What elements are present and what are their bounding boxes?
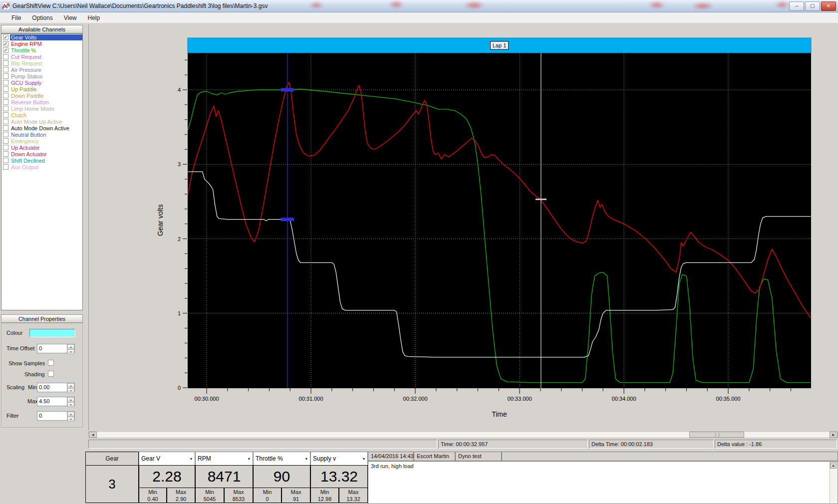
channel-label[interactable]: Cut Request	[10, 54, 82, 60]
channel-row-auto-mode-down-active[interactable]: Auto Mode Down Active	[1, 125, 82, 131]
channel-checkbox[interactable]	[3, 138, 8, 144]
channel-row-pump-status[interactable]: Pump Status	[1, 73, 82, 79]
spinner-arrows[interactable]: ▲▼	[67, 412, 74, 420]
channel-checkbox[interactable]	[3, 145, 8, 150]
chevron-down-icon[interactable]: ▼	[188, 457, 195, 461]
chart-panel[interactable]: Lap 100:30.00000:31.00000:32.00000:33.00…	[88, 24, 838, 430]
channel-checkbox[interactable]	[3, 54, 8, 59]
channel-row-limp-home-mode[interactable]: Limp Home Mode	[1, 105, 82, 112]
channel-row-cut-request[interactable]: Cut Request	[1, 53, 82, 60]
channel-label[interactable]: Aux Output	[10, 164, 82, 170]
channel-checkbox[interactable]	[3, 164, 8, 170]
log-chart[interactable]: Lap 100:30.00000:31.00000:32.00000:33.00…	[89, 24, 838, 430]
channel-row-air-pressure[interactable]: Air Pressure	[1, 66, 82, 73]
channel-label[interactable]: Neutral Button	[10, 132, 82, 138]
colour-swatch[interactable]	[29, 329, 75, 337]
channel-row-up-actuator[interactable]: Up Actuator	[1, 144, 82, 151]
channel-checkbox[interactable]	[3, 132, 8, 137]
channel-row-blip-request[interactable]: Blip Request	[1, 60, 82, 66]
channel-row-neutral-button[interactable]: Neutral Button	[1, 131, 82, 138]
shading-checkbox[interactable]	[48, 371, 54, 377]
channel-label[interactable]: Auto Mode Down Active	[10, 125, 82, 131]
channel-label[interactable]: Reverse Button	[10, 99, 82, 105]
menu-view[interactable]: View	[58, 13, 82, 22]
channel-checkbox[interactable]	[3, 106, 8, 111]
channel-select-throttle-[interactable]: Throttle %▼	[253, 452, 310, 466]
channel-label[interactable]: GCU Supply	[10, 80, 82, 86]
channel-label[interactable]: Down Paddle	[10, 93, 82, 99]
session-comment-box[interactable]: 3rd run, high load ▲	[368, 461, 838, 504]
spinner-arrows[interactable]: ▲▼	[67, 344, 74, 353]
channel-row-gear-volts[interactable]: ✓Gear Volts	[1, 34, 82, 40]
title-bar[interactable]: GearShiftView C:\Users\Neil Wallace\Docu…	[0, 0, 838, 12]
spinner-arrows[interactable]: ▲▼	[67, 397, 74, 406]
filter-input[interactable]: 0 ▲▼	[37, 411, 75, 421]
channel-row-emergency[interactable]: Emergency	[1, 138, 82, 144]
channel-list[interactable]: ✓Gear Volts✓Engine RPM✓Throttle %Cut Req…	[1, 33, 83, 310]
channel-row-aux-output[interactable]: Aux Output	[1, 164, 82, 170]
channel-row-down-actuator[interactable]: Down Actuator	[1, 151, 82, 157]
channel-row-engine-rpm[interactable]: ✓Engine RPM	[1, 40, 82, 47]
channel-checkbox[interactable]	[3, 99, 8, 105]
scaling-min-input[interactable]: 0.00 ▲▼	[37, 383, 75, 392]
channel-label[interactable]: Limp Home Mode	[10, 106, 82, 112]
channel-checkbox[interactable]: ✓	[3, 41, 8, 46]
channel-checkbox[interactable]	[3, 60, 8, 66]
channel-row-clutch[interactable]: Clutch	[1, 112, 82, 118]
channel-label[interactable]: Throttle %	[10, 47, 82, 53]
close-button[interactable]: ✕	[821, 1, 836, 11]
channel-label[interactable]: Pump Status	[10, 73, 82, 79]
chart-horizontal-scrollbar[interactable]: ◄ ►	[88, 431, 838, 438]
time-offset-input[interactable]: 0 ▲▼	[37, 344, 75, 353]
show-samples-checkbox[interactable]	[48, 360, 54, 366]
comment-scrollbar[interactable]: ▲	[830, 462, 837, 503]
channel-label[interactable]: Shift Declined	[10, 158, 82, 164]
chevron-down-icon[interactable]: ▼	[246, 457, 253, 461]
channel-checkbox[interactable]	[3, 86, 8, 92]
spinner-arrows[interactable]: ▲▼	[67, 383, 74, 392]
channel-checkbox[interactable]: ✓	[3, 47, 8, 53]
channel-row-reverse-button[interactable]: Reverse Button	[1, 99, 82, 105]
channel-label[interactable]: Up Paddle	[10, 86, 82, 92]
cursor-second-handle[interactable]	[536, 199, 547, 200]
channel-checkbox[interactable]	[3, 125, 8, 131]
channel-row-up-paddle[interactable]: Up Paddle	[1, 86, 82, 92]
menu-help[interactable]: Help	[82, 13, 106, 22]
channel-label[interactable]: Emergency	[10, 138, 82, 144]
channel-checkbox[interactable]	[3, 112, 8, 118]
channel-select-gear-v[interactable]: Gear V▼	[139, 452, 195, 466]
channel-row-throttle-[interactable]: ✓Throttle %	[1, 47, 82, 53]
channel-label[interactable]: Auto Mode Up Active	[10, 119, 82, 125]
maximize-button[interactable]: ▢	[805, 1, 820, 11]
channel-label[interactable]: Air Pressure	[10, 67, 82, 73]
channel-label[interactable]: Down Actuator	[10, 151, 82, 157]
scaling-max-input[interactable]: 4.50 ▲▼	[37, 397, 75, 406]
scroll-up-icon[interactable]: ▲	[830, 462, 837, 469]
channel-checkbox[interactable]	[3, 93, 8, 98]
channel-checkbox[interactable]	[3, 73, 8, 79]
menu-options[interactable]: Options	[26, 13, 58, 22]
channel-select-supply-v[interactable]: Supply v▼	[310, 452, 368, 466]
channel-label[interactable]: Clutch	[10, 112, 82, 118]
menu-file[interactable]: File	[6, 13, 26, 22]
scrollbar-thumb[interactable]	[689, 432, 744, 438]
channel-label[interactable]: Up Actuator	[10, 145, 82, 151]
channel-checkbox[interactable]: ✓	[3, 34, 8, 40]
chevron-down-icon[interactable]: ▼	[360, 457, 367, 461]
channel-label[interactable]: Gear Volts	[10, 34, 82, 40]
channel-row-gcu-supply[interactable]: GCU Supply	[1, 79, 82, 86]
channel-label[interactable]: Engine RPM	[10, 41, 82, 47]
channel-checkbox[interactable]	[3, 151, 8, 157]
minimize-button[interactable]: –	[789, 1, 804, 11]
channel-checkbox[interactable]	[3, 80, 8, 85]
chevron-down-icon[interactable]: ▼	[303, 457, 310, 461]
channel-row-down-paddle[interactable]: Down Paddle	[1, 92, 82, 99]
channel-checkbox[interactable]	[3, 67, 8, 72]
channel-row-auto-mode-up-active[interactable]: Auto Mode Up Active	[1, 118, 82, 125]
channel-select-rpm[interactable]: RPM▼	[195, 452, 253, 466]
scroll-right-icon[interactable]: ►	[830, 432, 838, 438]
scroll-left-icon[interactable]: ◄	[89, 432, 97, 438]
channel-label[interactable]: Blip Request	[10, 60, 82, 66]
channel-checkbox[interactable]	[3, 119, 8, 124]
channel-row-shift-declined[interactable]: Shift Declined	[1, 157, 82, 164]
